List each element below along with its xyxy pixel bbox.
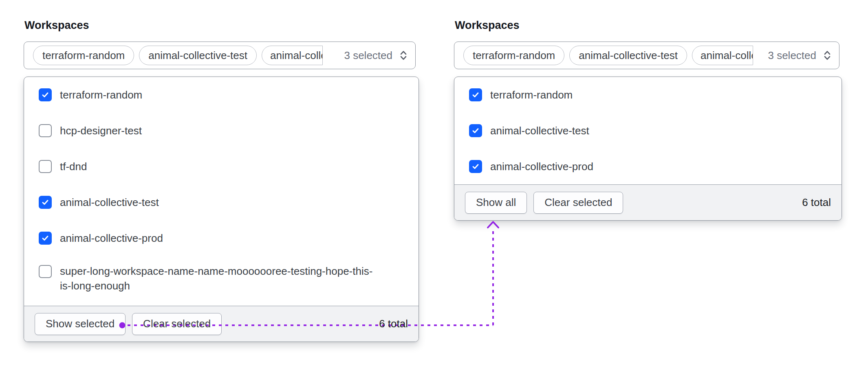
option-label: terraform-random (490, 89, 573, 101)
multiselect-trigger[interactable]: terraform-random animal-collective-test … (454, 42, 839, 69)
multiselect-trigger[interactable]: terraform-random animal-collective-test … (24, 42, 416, 69)
show-all-button[interactable]: Show all (465, 192, 527, 214)
clear-selected-button[interactable]: Clear selected (132, 313, 222, 335)
checkbox-unchecked[interactable] (39, 160, 52, 173)
checkbox-checked[interactable] (39, 88, 52, 101)
checkbox-checked[interactable] (469, 160, 482, 173)
checkbox-checked[interactable] (39, 232, 52, 245)
option-row[interactable]: animal-collective-prod (24, 220, 419, 256)
selected-pill: terraform-random (33, 46, 134, 65)
checkbox-checked[interactable] (469, 124, 482, 137)
selected-pill: animal-collective-test (139, 46, 257, 65)
clear-selected-button[interactable]: Clear selected (533, 192, 623, 214)
workspaces-multiselect-left: Workspaces terraform-random animal-colle… (24, 19, 419, 342)
option-row[interactable]: hcp-designer-test (24, 113, 419, 149)
option-row[interactable]: animal-collective-test (24, 184, 419, 220)
option-row[interactable]: terraform-random (24, 77, 419, 113)
option-row[interactable]: animal-collective-prod (454, 149, 842, 184)
option-row[interactable]: animal-collective-test (454, 113, 842, 149)
chevron-up-down-icon (398, 49, 409, 61)
option-label: animal-collective-test (490, 125, 589, 137)
popover-footer: Show selected Clear selected 6 total (24, 306, 419, 342)
checkbox-unchecked[interactable] (39, 124, 52, 137)
total-count-label: 6 total (802, 196, 831, 209)
field-label: Workspaces (455, 19, 842, 32)
annotation-arrowhead (488, 222, 498, 228)
selected-pill: animal-collective-test (569, 46, 687, 65)
selected-count-label: 3 selected (768, 49, 816, 62)
option-label: hcp-designer-test (60, 125, 142, 137)
show-selected-button[interactable]: Show selected (35, 313, 126, 335)
chevron-up-down-icon (822, 49, 833, 61)
option-label: animal-collective-test (60, 196, 159, 209)
option-row[interactable]: super-long-workspace-name-name-moooooore… (24, 256, 419, 306)
option-label: terraform-random (60, 89, 142, 101)
selected-pill-truncated: animal-collective-prod (262, 46, 323, 65)
total-count-label: 6 total (379, 318, 408, 330)
field-label: Workspaces (24, 19, 419, 32)
option-label: tf-dnd (60, 160, 87, 173)
options-popover: terraform-random hcp-designer-test tf-dn… (24, 77, 419, 342)
option-label: super-long-workspace-name-name-moooooore… (60, 264, 382, 293)
option-row[interactable]: terraform-random (454, 77, 842, 113)
option-row[interactable]: tf-dnd (24, 149, 419, 184)
selected-pill-truncated: animal-collective-prod (692, 46, 753, 65)
checkbox-checked[interactable] (469, 88, 482, 101)
selected-pill: terraform-random (463, 46, 564, 65)
workspaces-multiselect-right: Workspaces terraform-random animal-colle… (454, 19, 842, 221)
checkbox-checked[interactable] (39, 196, 52, 209)
option-label: animal-collective-prod (60, 232, 163, 245)
options-popover: terraform-random animal-collective-test … (454, 77, 842, 221)
popover-footer: Show all Clear selected 6 total (454, 184, 842, 220)
selected-count-label: 3 selected (344, 49, 392, 62)
checkbox-unchecked[interactable] (39, 265, 52, 278)
option-label: animal-collective-prod (490, 160, 593, 173)
